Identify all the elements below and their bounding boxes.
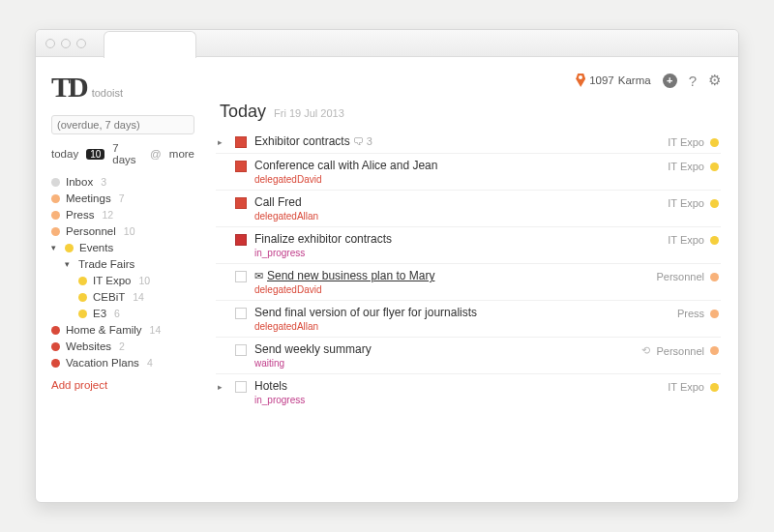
task-meta: IT Expo: [668, 195, 719, 209]
task-project-name[interactable]: Personnel: [656, 345, 704, 357]
sidebar-item-label: Home & Family: [66, 324, 142, 336]
task-project-name[interactable]: IT Expo: [668, 161, 704, 172]
sidebar-item-label: E3: [93, 308, 106, 319]
top-bar: 1097 Karma + ? ⚙: [216, 71, 721, 90]
task-row[interactable]: Send weekly summarywaiting⟲Personnel: [216, 338, 721, 374]
add-project-button[interactable]: Add project: [51, 379, 194, 391]
task-project-name[interactable]: Press: [677, 308, 704, 319]
task-project-name[interactable]: IT Expo: [668, 234, 704, 246]
sidebar: TD todoist today 10 7 days @ more Inbox …: [36, 57, 206, 502]
sidebar-item-label: Websites: [66, 340, 111, 352]
expand-icon[interactable]: ▸: [218, 134, 227, 147]
sidebar-item-label: CEBiT: [93, 291, 125, 303]
sidebar-item-e3[interactable]: E3 6: [51, 307, 194, 320]
task-row[interactable]: Call FreddelegatedAllanIT Expo: [216, 191, 721, 227]
sidebar-item-press[interactable]: Press 12: [51, 208, 194, 222]
task-title[interactable]: Send final version of our flyer for jour…: [254, 306, 477, 319]
task-title[interactable]: Send new business plan to Mary: [267, 269, 434, 282]
filter-more[interactable]: more: [169, 148, 194, 160]
project-color-icon: [51, 342, 60, 351]
task-label[interactable]: delegatedAllan: [254, 321, 670, 332]
task-label[interactable]: in_progress: [254, 395, 660, 405]
task-checkbox[interactable]: [235, 381, 247, 393]
sidebar-item-inbox[interactable]: Inbox 3: [51, 175, 194, 189]
sidebar-item-trade-fairs[interactable]: ▾ Trade Fairs: [51, 257, 194, 271]
task-meta: IT Expo: [668, 134, 719, 148]
logo-text: todoist: [92, 87, 123, 103]
window-maximize-icon[interactable]: [76, 39, 86, 48]
task-title[interactable]: Send weekly summary: [254, 342, 372, 356]
task-title[interactable]: Finalize exhibitor contracts: [254, 232, 392, 246]
task-title[interactable]: Call Fred: [254, 195, 302, 209]
task-project-name[interactable]: Personnel: [656, 271, 704, 282]
sidebar-item-personnel[interactable]: Personnel 10: [51, 224, 194, 238]
sidebar-item-home-family[interactable]: Home & Family 14: [51, 323, 194, 337]
task-label[interactable]: delegatedDavid: [254, 174, 660, 185]
sidebar-item-cebit[interactable]: CEBiT 14: [51, 290, 194, 304]
task-checkbox[interactable]: [235, 234, 247, 246]
expand-icon: [218, 195, 227, 198]
task-title[interactable]: Conference call with Alice and Jean: [254, 159, 437, 172]
gear-icon[interactable]: ⚙: [708, 72, 721, 89]
logo: TD todoist: [51, 71, 194, 103]
project-color-icon: [710, 346, 719, 355]
task-label[interactable]: in_progress: [254, 248, 660, 258]
task-row[interactable]: ▸Hotelsin_progressIT Expo: [216, 374, 721, 410]
task-checkbox[interactable]: [235, 161, 247, 172]
task-checkbox[interactable]: [235, 344, 247, 356]
task-label[interactable]: delegatedAllan: [254, 211, 660, 222]
sidebar-item-label: Vacation Plans: [66, 357, 139, 369]
task-checkbox[interactable]: [235, 136, 247, 148]
task-row[interactable]: ✉Send new business plan to Marydelegated…: [216, 264, 721, 301]
task-row[interactable]: Finalize exhibitor contractsin_progressI…: [216, 227, 721, 264]
project-color-icon: [710, 383, 719, 392]
help-icon[interactable]: ?: [689, 73, 697, 89]
comment-icon[interactable]: 🗨: [350, 135, 364, 147]
task-label[interactable]: delegatedDavid: [254, 284, 648, 295]
task-title[interactable]: Hotels: [254, 379, 287, 393]
sidebar-item-events[interactable]: ▾ Events: [51, 241, 194, 254]
task-checkbox[interactable]: [235, 271, 247, 282]
task-row[interactable]: Conference call with Alice and Jeandeleg…: [216, 154, 721, 191]
task-project-name[interactable]: IT Expo: [668, 197, 704, 209]
task-row[interactable]: ▸Exhibitor contracts 🗨 3IT Expo: [216, 130, 721, 154]
project-color-icon: [78, 277, 87, 285]
sidebar-item-label: Inbox: [66, 176, 93, 188]
task-body: ✉Send new business plan to Marydelegated…: [254, 269, 648, 295]
sidebar-item-count: 12: [102, 209, 113, 221]
project-color-icon: [710, 163, 719, 171]
sidebar-item-meetings[interactable]: Meetings 7: [51, 192, 194, 205]
sidebar-item-label: Press: [66, 209, 94, 221]
filter-bar: today 10 7 days @ more: [51, 142, 194, 165]
sidebar-item-count: 10: [124, 225, 135, 237]
task-row[interactable]: Send final version of our flyer for jour…: [216, 301, 721, 338]
task-meta: ⟲Personnel: [641, 342, 719, 357]
expand-icon[interactable]: ▸: [218, 379, 227, 392]
chevron-down-icon[interactable]: ▾: [51, 243, 59, 252]
project-color-icon: [78, 293, 87, 302]
sidebar-item-it-expo[interactable]: IT Expo 10: [51, 274, 194, 287]
filter-today[interactable]: today: [51, 148, 78, 160]
sidebar-item-websites[interactable]: Websites 2: [51, 340, 194, 353]
task-body: Send weekly summarywaiting: [254, 342, 634, 369]
chevron-down-icon[interactable]: ▾: [65, 259, 73, 269]
task-checkbox[interactable]: [235, 197, 247, 209]
task-body: Conference call with Alice and Jeandeleg…: [254, 159, 660, 185]
task-checkbox[interactable]: [235, 308, 247, 319]
task-project-name[interactable]: IT Expo: [668, 381, 704, 393]
task-title[interactable]: Exhibitor contracts: [254, 134, 350, 148]
task-body: Hotelsin_progress: [254, 379, 660, 405]
task-project-name[interactable]: IT Expo: [668, 136, 704, 148]
filter-7days[interactable]: 7 days: [112, 142, 142, 165]
task-label[interactable]: waiting: [254, 358, 634, 369]
filter-labels-icon[interactable]: @: [150, 148, 162, 160]
search-input[interactable]: [51, 115, 194, 134]
window-close-icon[interactable]: [45, 39, 55, 48]
sidebar-item-vacation-plans[interactable]: Vacation Plans 4: [51, 356, 194, 369]
karma-indicator[interactable]: 1097 Karma: [576, 74, 650, 87]
window-controls[interactable]: [45, 39, 86, 48]
window-minimize-icon[interactable]: [61, 39, 71, 48]
add-task-button[interactable]: +: [663, 74, 677, 88]
expand-icon: [218, 306, 227, 309]
browser-tab[interactable]: [104, 31, 196, 58]
